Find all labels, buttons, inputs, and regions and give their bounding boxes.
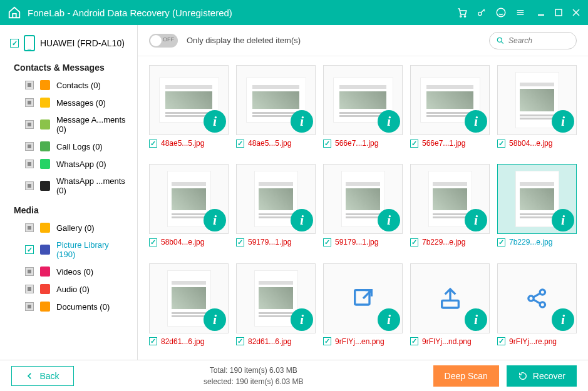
- deleted-only-toggle[interactable]: OFF: [149, 34, 178, 48]
- thumbnail-checkbox[interactable]: [410, 140, 418, 148]
- thumbnail-checkbox[interactable]: [149, 140, 157, 148]
- thumbnail-checkbox[interactable]: [149, 337, 157, 345]
- thumbnail-checkbox[interactable]: [497, 140, 505, 148]
- thumbnail-item[interactable]: i7b229...e.jpg: [497, 164, 577, 251]
- info-badge-icon[interactable]: i: [465, 308, 487, 331]
- info-badge-icon[interactable]: i: [552, 209, 574, 231]
- thumbnail-item[interactable]: i9rFIYj...re.png: [497, 263, 577, 351]
- thumbnail-item[interactable]: i82d61...6.jpg: [236, 263, 316, 351]
- thumbnail-checkbox[interactable]: [236, 238, 244, 246]
- sidebar-item-picture[interactable]: Picture Library (190): [0, 236, 137, 263]
- thumbnail-item[interactable]: i9rFIYj...nd.png: [410, 263, 490, 351]
- sidebar-item-checkbox[interactable]: [25, 98, 34, 107]
- sidebar-item-whatsapp[interactable]: WhatsApp (0): [0, 155, 137, 173]
- cart-icon[interactable]: [456, 7, 468, 18]
- thumbnail-box[interactable]: i: [149, 263, 229, 333]
- thumbnail-box[interactable]: i: [497, 164, 577, 234]
- sidebar-item-checkbox[interactable]: [25, 181, 34, 190]
- info-badge-icon[interactable]: i: [378, 308, 400, 331]
- back-button[interactable]: Back: [11, 366, 74, 386]
- thumbnail-item[interactable]: i566e7...1.jpg: [323, 65, 403, 153]
- thumbnail-item[interactable]: i9rFIYj...en.png: [323, 263, 403, 351]
- minimize-button[interactable]: [537, 8, 545, 17]
- thumbnail-box[interactable]: i: [149, 164, 229, 234]
- thumbnail-checkbox[interactable]: [236, 140, 244, 148]
- sidebar-item-checkbox[interactable]: [25, 267, 34, 276]
- thumbnail-checkbox[interactable]: [497, 337, 505, 345]
- thumbnail-item[interactable]: i59179...1.jpg: [323, 164, 403, 251]
- thumbnail-item[interactable]: i7b229...e.jpg: [410, 164, 490, 251]
- thumbnail-box[interactable]: i: [323, 65, 403, 135]
- sidebar-item-documents[interactable]: Documents (0): [0, 298, 137, 315]
- thumbnail-item[interactable]: i59179...1.jpg: [236, 164, 316, 251]
- sidebar-item-checkbox[interactable]: [25, 160, 34, 168]
- thumbnail-checkbox[interactable]: [236, 337, 244, 345]
- thumbnail-item[interactable]: i48ae5...5.jpg: [236, 65, 316, 153]
- thumbnail-item[interactable]: i48ae5...5.jpg: [149, 65, 229, 153]
- contacts-icon: [40, 80, 50, 90]
- thumbnail-box[interactable]: i: [497, 263, 577, 333]
- sidebar-item-checkbox[interactable]: [25, 285, 34, 293]
- thumbnail-box[interactable]: i: [236, 164, 316, 234]
- sidebar-item-gallery[interactable]: Gallery (0): [0, 219, 137, 236]
- sidebar-item-checkbox[interactable]: [25, 142, 34, 151]
- key-icon[interactable]: [477, 8, 487, 18]
- info-badge-icon[interactable]: i: [291, 308, 313, 331]
- maximize-button[interactable]: [554, 8, 563, 17]
- sidebar-item-checkbox[interactable]: [25, 245, 34, 254]
- device-checkbox[interactable]: [10, 39, 19, 48]
- thumbnail-checkbox[interactable]: [323, 140, 331, 148]
- device-row[interactable]: HUAWEI (FRD-AL10): [0, 30, 137, 56]
- thumbnail-item[interactable]: i58b04...e.jpg: [149, 164, 229, 251]
- sidebar-item-audio[interactable]: Audio (0): [0, 280, 137, 298]
- sidebar-item-calllog[interactable]: Call Logs (0): [0, 138, 137, 155]
- thumbnail-item[interactable]: i566e7...1.jpg: [410, 65, 490, 153]
- thumbnail-box[interactable]: i: [497, 65, 577, 135]
- sidebar-item-checkbox[interactable]: [25, 120, 34, 129]
- thumbnail-box[interactable]: i: [236, 263, 316, 333]
- sidebar-item-checkbox[interactable]: [25, 81, 34, 89]
- sidebar-item-attach[interactable]: Message A...ments (0): [0, 111, 137, 138]
- info-badge-icon[interactable]: i: [291, 209, 313, 231]
- info-badge-icon[interactable]: i: [465, 209, 487, 231]
- info-badge-icon[interactable]: i: [552, 308, 574, 331]
- search-input[interactable]: [508, 36, 565, 45]
- thumbnail-box[interactable]: i: [323, 263, 403, 333]
- thumbnail-checkbox[interactable]: [323, 337, 331, 345]
- info-badge-icon[interactable]: i: [204, 209, 226, 231]
- sidebar-item-checkbox[interactable]: [25, 302, 34, 311]
- thumbnail-box[interactable]: i: [410, 263, 490, 333]
- thumbnail-item[interactable]: i58b04...e.jpg: [497, 65, 577, 153]
- info-badge-icon[interactable]: i: [204, 308, 226, 331]
- menu-icon[interactable]: [515, 8, 525, 18]
- thumbnail-box[interactable]: i: [149, 65, 229, 135]
- info-badge-icon[interactable]: i: [378, 209, 400, 231]
- thumbnail-checkbox[interactable]: [323, 238, 331, 246]
- thumbnail-label: 9rFIYj...re.png: [497, 337, 577, 346]
- home-icon[interactable]: [8, 6, 28, 19]
- thumbnail-box[interactable]: i: [410, 65, 490, 135]
- sidebar-item-messages[interactable]: Messages (0): [0, 94, 137, 111]
- info-badge-icon[interactable]: i: [465, 110, 487, 133]
- feedback-icon[interactable]: [495, 7, 507, 18]
- thumbnail-box[interactable]: i: [323, 164, 403, 234]
- thumbnail-box[interactable]: i: [410, 164, 490, 234]
- sidebar-item-checkbox[interactable]: [25, 223, 34, 232]
- info-badge-icon[interactable]: i: [378, 110, 400, 133]
- thumbnail-box[interactable]: i: [236, 65, 316, 135]
- thumbnail-checkbox[interactable]: [497, 238, 505, 246]
- thumbnail-item[interactable]: i82d61...6.jpg: [149, 263, 229, 351]
- thumbnail-checkbox[interactable]: [410, 337, 418, 345]
- info-badge-icon[interactable]: i: [291, 110, 313, 133]
- thumbnail-checkbox[interactable]: [149, 238, 157, 246]
- info-badge-icon[interactable]: i: [552, 110, 574, 133]
- thumbnail-checkbox[interactable]: [410, 238, 418, 246]
- sidebar-item-video[interactable]: Videos (0): [0, 263, 137, 280]
- search-box[interactable]: [489, 32, 577, 49]
- deep-scan-button[interactable]: Deep Scan: [433, 365, 499, 387]
- info-badge-icon[interactable]: i: [204, 110, 226, 133]
- close-button[interactable]: [572, 8, 580, 17]
- sidebar-item-contacts[interactable]: Contacts (0): [0, 76, 137, 94]
- sidebar-item-whatsapp-attach[interactable]: WhatsApp ...ments (0): [0, 173, 137, 199]
- recover-button[interactable]: Recover: [507, 365, 577, 387]
